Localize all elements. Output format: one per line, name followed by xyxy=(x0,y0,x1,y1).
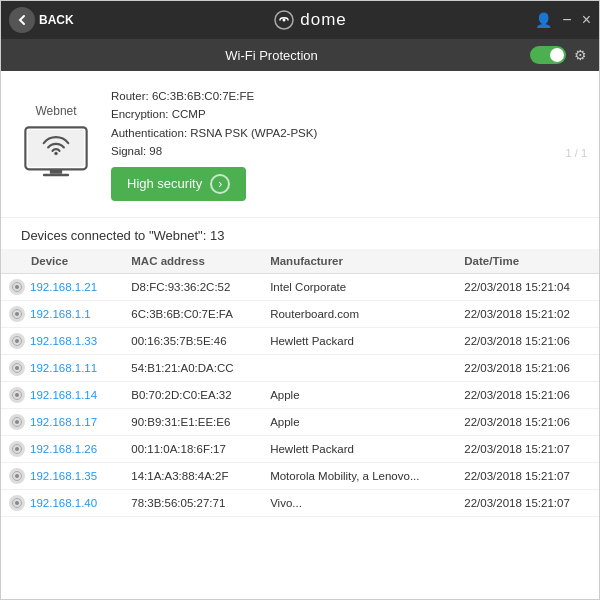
device-status-icon xyxy=(9,333,25,349)
device-ip-link[interactable]: 192.168.1.11 xyxy=(30,362,97,374)
table-body: 192.168.1.21 D8:FC:93:36:2C:52Intel Corp… xyxy=(1,273,599,516)
device-status-icon xyxy=(9,441,25,457)
cell-manufacturer: Apple xyxy=(262,381,456,408)
table-row[interactable]: 192.168.1.40 78:3B:56:05:27:71Vivo...22/… xyxy=(1,489,599,516)
router-info: Router: 6C:3B:6B:C0:7E:FE xyxy=(111,87,579,105)
svg-rect-6 xyxy=(43,173,69,176)
devices-count-text: Devices connected to "Webnet": 13 xyxy=(21,228,224,243)
cell-mac: D8:FC:93:36:2C:52 xyxy=(123,273,262,300)
devices-table-container[interactable]: Device MAC address Manufacturer Date/Tim… xyxy=(1,249,599,599)
table-row[interactable]: 192.168.1.17 90:B9:31:E1:EE:E6Apple22/03… xyxy=(1,408,599,435)
cell-datetime: 22/03/2018 15:21:06 xyxy=(456,354,599,381)
device-ip-link[interactable]: 192.168.1.40 xyxy=(30,497,97,509)
table-row[interactable]: 192.168.1.11 54:B1:21:A0:DA:CC22/03/2018… xyxy=(1,354,599,381)
cell-device: 192.168.1.11 xyxy=(1,354,123,381)
col-datetime: Date/Time xyxy=(456,249,599,274)
subtitle-title: Wi-Fi Protection xyxy=(13,48,530,63)
settings-gear-icon[interactable]: ⚙ xyxy=(574,47,587,63)
subtitlebar: Wi-Fi Protection ⚙ xyxy=(1,39,599,71)
table-row[interactable]: 192.168.1.35 14:1A:A3:88:4A:2FMotorola M… xyxy=(1,462,599,489)
signal-info: Signal: 98 xyxy=(111,142,579,160)
arrow-circle-icon: › xyxy=(210,174,230,194)
table-row[interactable]: 192.168.1.1 6C:3B:6B:C0:7E:FARouterboard… xyxy=(1,300,599,327)
device-status-icon xyxy=(9,306,25,322)
device-ip-link[interactable]: 192.168.1.14 xyxy=(30,389,97,401)
svg-rect-5 xyxy=(50,169,62,173)
cell-manufacturer: Intel Corporate xyxy=(262,273,456,300)
cell-mac: 90:B9:31:E1:EE:E6 xyxy=(123,408,262,435)
cell-manufacturer: Apple xyxy=(262,408,456,435)
cell-device: 192.168.1.40 xyxy=(1,489,123,516)
device-status-icon xyxy=(9,495,25,511)
cell-device: 192.168.1.21 xyxy=(1,273,123,300)
content-area: 1 / 1 Webnet xyxy=(1,71,599,599)
col-mac: MAC address xyxy=(123,249,262,274)
table-row[interactable]: 192.168.1.21 D8:FC:93:36:2C:52Intel Corp… xyxy=(1,273,599,300)
cell-device: 192.168.1.17 xyxy=(1,408,123,435)
cell-mac: 78:3B:56:05:27:71 xyxy=(123,489,262,516)
back-button[interactable]: BACK xyxy=(9,7,74,33)
wifi-protection-toggle[interactable] xyxy=(530,46,566,64)
cell-mac: 14:1A:A3:88:4A:2F xyxy=(123,462,262,489)
cell-datetime: 22/03/2018 15:21:02 xyxy=(456,300,599,327)
col-device: Device xyxy=(1,249,123,274)
table-row[interactable]: 192.168.1.33 00:16:35:7B:5E:46Hewlett Pa… xyxy=(1,327,599,354)
cell-datetime: 22/03/2018 15:21:07 xyxy=(456,462,599,489)
svg-point-12 xyxy=(15,339,19,343)
cell-datetime: 22/03/2018 15:21:06 xyxy=(456,327,599,354)
svg-point-24 xyxy=(15,501,19,505)
logo-text: dome xyxy=(300,10,347,30)
cell-mac: 00:11:0A:18:6F:17 xyxy=(123,435,262,462)
svg-point-1 xyxy=(283,19,286,22)
cell-manufacturer: Hewlett Packard xyxy=(262,435,456,462)
devices-table: Device MAC address Manufacturer Date/Tim… xyxy=(1,249,599,517)
close-button[interactable]: × xyxy=(582,11,591,29)
device-status-icon xyxy=(9,387,25,403)
user-icon[interactable]: 👤 xyxy=(535,12,552,28)
svg-point-10 xyxy=(15,312,19,316)
table-row[interactable]: 192.168.1.26 00:11:0A:18:6F:17Hewlett Pa… xyxy=(1,435,599,462)
table-row[interactable]: 192.168.1.14 B0:70:2D:C0:EA:32Apple22/03… xyxy=(1,381,599,408)
network-name-label: Webnet xyxy=(35,104,76,118)
auth-info: Authentication: RSNA PSK (WPA2-PSK) xyxy=(111,124,579,142)
device-ip-link[interactable]: 192.168.1.26 xyxy=(30,443,97,455)
device-ip-link[interactable]: 192.168.1.33 xyxy=(30,335,97,347)
cell-datetime: 22/03/2018 15:21:06 xyxy=(456,408,599,435)
cell-manufacturer xyxy=(262,354,456,381)
svg-point-20 xyxy=(15,447,19,451)
cell-datetime: 22/03/2018 15:21:07 xyxy=(456,489,599,516)
cell-device: 192.168.1.35 xyxy=(1,462,123,489)
app-window: BACK dome 👤 − × Wi-Fi Protection ⚙ 1 / 1 xyxy=(0,0,600,600)
svg-point-14 xyxy=(15,366,19,370)
devices-header: Devices connected to "Webnet": 13 xyxy=(1,218,599,249)
cell-device: 192.168.1.26 xyxy=(1,435,123,462)
back-circle-icon xyxy=(9,7,35,33)
cell-manufacturer: Routerboard.com xyxy=(262,300,456,327)
device-ip-link[interactable]: 192.168.1.17 xyxy=(30,416,97,428)
table-header: Device MAC address Manufacturer Date/Tim… xyxy=(1,249,599,274)
cell-device: 192.168.1.33 xyxy=(1,327,123,354)
device-status-icon xyxy=(9,279,25,295)
pagination: 1 / 1 xyxy=(566,147,587,159)
cell-datetime: 22/03/2018 15:21:04 xyxy=(456,273,599,300)
network-section: Webnet Router: 6C: xyxy=(1,71,599,218)
device-status-icon xyxy=(9,414,25,430)
encryption-info: Encryption: CCMP xyxy=(111,105,579,123)
cell-datetime: 22/03/2018 15:21:06 xyxy=(456,381,599,408)
device-status-icon xyxy=(9,360,25,376)
device-ip-link[interactable]: 192.168.1.35 xyxy=(30,470,97,482)
high-security-button[interactable]: High security › xyxy=(111,167,246,201)
svg-point-18 xyxy=(15,420,19,424)
cell-manufacturer: Vivo... xyxy=(262,489,456,516)
device-ip-link[interactable]: 192.168.1.21 xyxy=(30,281,97,293)
cell-mac: B0:70:2D:C0:EA:32 xyxy=(123,381,262,408)
titlebar: BACK dome 👤 − × xyxy=(1,1,599,39)
subtitlebar-right: ⚙ xyxy=(530,46,587,64)
cell-mac: 54:B1:21:A0:DA:CC xyxy=(123,354,262,381)
col-manufacturer: Manufacturer xyxy=(262,249,456,274)
minimize-button[interactable]: − xyxy=(562,11,571,29)
app-logo: dome xyxy=(86,10,536,30)
cell-datetime: 22/03/2018 15:21:07 xyxy=(456,435,599,462)
window-controls: 👤 − × xyxy=(535,11,591,29)
device-ip-link[interactable]: 192.168.1.1 xyxy=(30,308,91,320)
